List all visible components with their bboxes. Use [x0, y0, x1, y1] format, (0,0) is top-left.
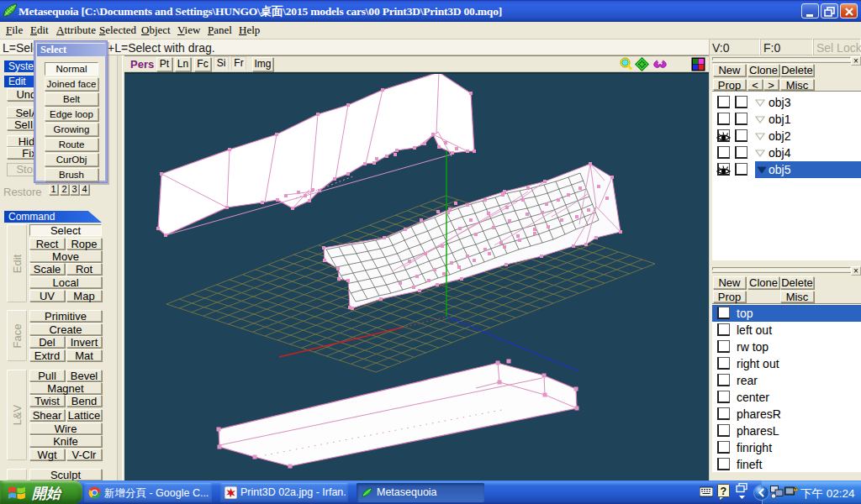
svg-text:?: ?	[720, 486, 726, 497]
